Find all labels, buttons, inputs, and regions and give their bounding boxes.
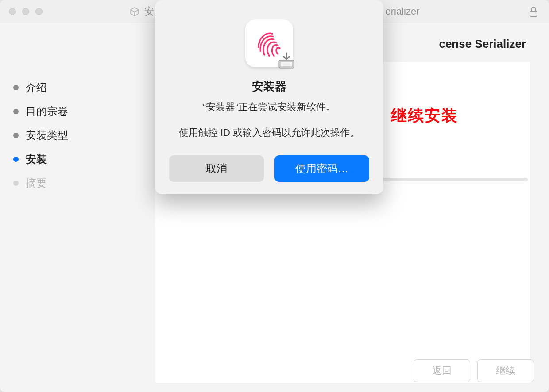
svg-rect-0 xyxy=(530,11,537,16)
continue-install-annotation: 继续安装 xyxy=(391,105,458,127)
sidebar-step-install: 安装 xyxy=(13,152,142,166)
window-title-suffix: erializer xyxy=(385,6,419,17)
back-button[interactable]: 返回 xyxy=(414,359,470,382)
sidebar-step-label: 安装 xyxy=(26,152,47,166)
continue-button[interactable]: 继续 xyxy=(477,359,534,382)
step-dot-icon xyxy=(13,109,19,114)
traffic-lights xyxy=(9,8,43,15)
use-password-button[interactable]: 使用密码… xyxy=(274,155,369,182)
auth-dialog-buttons: 取消 使用密码… xyxy=(169,155,369,182)
installer-disk-icon xyxy=(277,51,296,70)
sidebar-step-label: 安装类型 xyxy=(26,128,68,142)
sidebar-step-label: 摘要 xyxy=(26,176,47,190)
zoom-window-button[interactable] xyxy=(35,8,43,15)
step-dot-icon xyxy=(13,181,19,186)
step-dot-icon xyxy=(13,157,19,162)
auth-dialog-message: “安装器”正在尝试安装新软件。 xyxy=(203,100,336,114)
close-window-button[interactable] xyxy=(9,8,16,15)
minimize-window-button[interactable] xyxy=(22,8,29,15)
auth-dialog-instruction: 使用触控 ID 或输入密码以允许此次操作。 xyxy=(179,126,360,139)
sidebar-step-summary: 摘要 xyxy=(13,176,142,190)
cancel-button[interactable]: 取消 xyxy=(169,155,264,182)
installer-window: 安装 erializer 介绍 目的宗卷 安装类型 安装 xyxy=(0,0,549,392)
lock-icon[interactable] xyxy=(529,6,538,18)
sidebar-step-intro: 介绍 xyxy=(13,81,142,95)
auth-dialog: 安装器 “安装器”正在尝试安装新软件。 使用触控 ID 或输入密码以允许此次操作… xyxy=(155,0,383,194)
sidebar-step-install-type: 安装类型 xyxy=(13,128,142,142)
sidebar-step-label: 介绍 xyxy=(26,81,47,95)
auth-dialog-title: 安装器 xyxy=(252,79,286,94)
package-icon xyxy=(129,6,140,17)
sidebar-step-destination: 目的宗卷 xyxy=(13,104,142,119)
step-dot-icon xyxy=(13,85,19,90)
auth-app-icon xyxy=(245,19,293,67)
sidebar-step-label: 目的宗卷 xyxy=(26,104,68,119)
step-dot-icon xyxy=(13,133,19,138)
svg-rect-2 xyxy=(281,62,292,66)
bottom-buttons: 返回 继续 xyxy=(414,359,534,382)
sidebar: 介绍 目的宗卷 安装类型 安装 摘要 xyxy=(0,23,151,392)
